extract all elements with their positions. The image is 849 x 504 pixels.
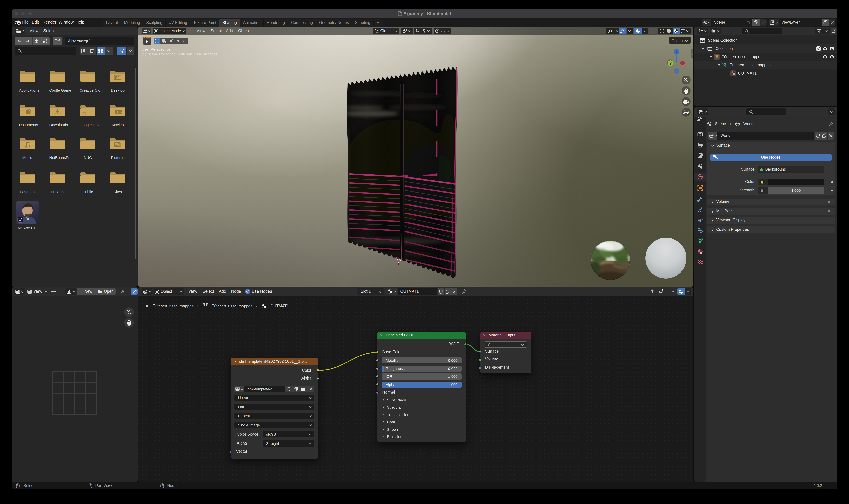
svg-text:Z: Z <box>675 50 677 54</box>
svg-text:Y: Y <box>669 61 672 65</box>
